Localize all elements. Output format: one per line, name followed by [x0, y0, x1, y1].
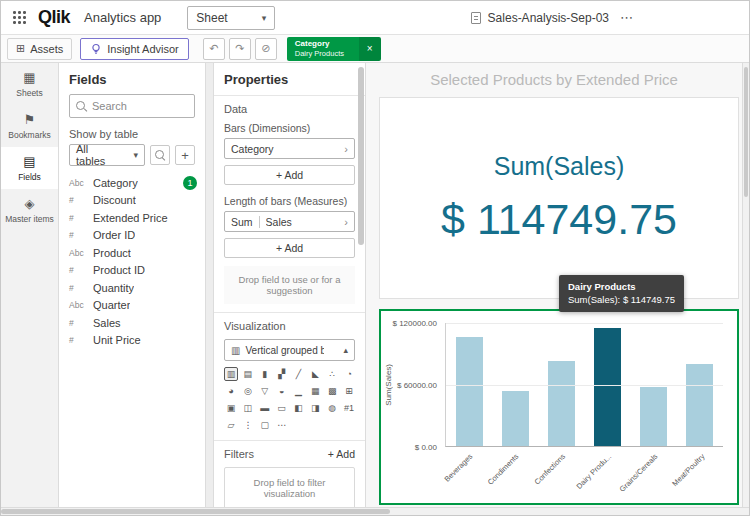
field-item-product-id[interactable]: #Product ID: [59, 262, 205, 280]
chevron-right-icon: ›: [344, 216, 348, 228]
panel-resize-gutter[interactable]: [206, 63, 214, 507]
numeric-field-icon: #: [69, 230, 93, 240]
field-item-category[interactable]: AbcCategory1: [59, 174, 205, 192]
histogram-icon[interactable]: ◨: [308, 401, 322, 415]
y-axis-tick-label: $ 120000.00: [393, 319, 438, 328]
add-measure-button[interactable]: + Add: [224, 238, 355, 258]
funnel-chart-icon[interactable]: ▽: [258, 384, 272, 398]
pivot-table-icon[interactable]: ▩: [325, 384, 339, 398]
measure-value: Sales: [266, 216, 345, 228]
field-item-product[interactable]: AbcProduct: [59, 244, 205, 262]
drop-field-hint[interactable]: Drop field to use or for a suggestion: [224, 266, 355, 304]
add-filter-button[interactable]: + Add: [328, 448, 355, 460]
fields-panel: Fields Show by table All tables ▾ + AbcC…: [59, 63, 206, 507]
horizontal-scrollbar[interactable]: [1, 507, 749, 515]
selections-forward-button[interactable]: ↷: [229, 38, 251, 60]
remove-selection-button[interactable]: ×: [359, 37, 381, 61]
horizontal-bar-chart-icon[interactable]: ▤: [241, 367, 255, 381]
mekko-chart-icon[interactable]: ◫: [241, 401, 255, 415]
chart-type-select[interactable]: ▥ Vertical grouped bar chart ▴: [224, 339, 355, 361]
gauge-icon[interactable]: ◒: [275, 384, 289, 398]
bar-dairy-produ[interactable]: [594, 328, 621, 446]
search-icon: [155, 150, 166, 161]
line-chart-icon[interactable]: ╱: [292, 367, 306, 381]
field-item-extended-price[interactable]: #Extended Price: [59, 209, 205, 227]
pie-chart-icon[interactable]: ◕: [224, 384, 238, 398]
area-chart-icon[interactable]: ◣: [308, 367, 322, 381]
scrollbar-thumb[interactable]: [358, 67, 364, 245]
insight-advisor-button[interactable]: Insight Advisor: [80, 38, 189, 60]
sidebar-item-master-items[interactable]: ◈Master items: [1, 189, 58, 231]
table-filter-row: All tables ▾ +: [69, 144, 195, 166]
bar-meat-poultry[interactable]: [686, 364, 713, 446]
bar-beverages[interactable]: [456, 337, 483, 446]
numeric-field-icon: #: [69, 195, 93, 205]
dimension-control[interactable]: Category ›: [224, 138, 355, 159]
bar-condiments[interactable]: [502, 391, 529, 446]
tooltip-title: Dairy Products: [568, 280, 675, 293]
map-icon[interactable]: ◍: [325, 401, 339, 415]
sparkline-icon[interactable]: ▁: [292, 384, 306, 398]
bullet-chart-icon[interactable]: ▬: [258, 401, 272, 415]
scrollbar-thumb[interactable]: [744, 67, 748, 197]
sheet-selector[interactable]: Sheet ▾: [187, 6, 275, 30]
assets-button[interactable]: ⊞ Assets: [7, 38, 72, 60]
table-select[interactable]: All tables ▾: [69, 144, 145, 166]
sidebar-item-bookmarks[interactable]: ⚑Bookmarks: [1, 105, 58, 147]
combo-chart-icon[interactable]: ◔: [342, 367, 356, 381]
table-search-button[interactable]: [150, 145, 170, 165]
field-name: Product ID: [93, 264, 145, 276]
y-axis-tick-label: $ 0.00: [415, 443, 437, 452]
kpi-object[interactable]: Sum(Sales) $ 114749.75: [379, 97, 739, 299]
field-item-quarter[interactable]: AbcQuarter: [59, 297, 205, 315]
more-options-icon[interactable]: ⋯: [616, 10, 637, 25]
fields-search[interactable]: [69, 94, 195, 118]
box-plot-icon[interactable]: ▭: [275, 401, 289, 415]
measure-control[interactable]: Sum Sales ›: [224, 211, 355, 232]
table-icon[interactable]: ▦: [308, 384, 322, 398]
document-name[interactable]: Sales-Analysis-Sep-03: [488, 11, 609, 25]
app-launcher-grid-icon[interactable]: [13, 11, 26, 24]
add-field-button[interactable]: +: [175, 145, 195, 165]
scrollbar-thumb[interactable]: [1, 509, 390, 514]
properties-title: Properties: [214, 63, 365, 96]
fields-search-input[interactable]: [92, 100, 188, 112]
vertical-grouped-bar-chart-icon[interactable]: ▥: [224, 367, 238, 381]
selection-filter-chip[interactable]: Category Dairy Products ×: [287, 37, 381, 61]
bar-grains-cereals[interactable]: [640, 387, 667, 446]
distribution-plot-icon[interactable]: ◧: [292, 401, 306, 415]
sidebar-item-sheets[interactable]: ▦Sheets: [1, 63, 58, 105]
properties-scrollbar[interactable]: [358, 65, 364, 505]
clear-selections-button[interactable]: ⊘: [255, 38, 277, 60]
field-item-sales[interactable]: #Sales: [59, 314, 205, 332]
sidebar-item-fields[interactable]: ▤Fields: [1, 147, 58, 189]
vertical-scrollbar[interactable]: [742, 63, 749, 507]
selection-chip-text[interactable]: Category Dairy Products: [287, 37, 359, 61]
donut-chart-icon[interactable]: ◎: [241, 384, 255, 398]
add-dimension-button[interactable]: + Add: [224, 165, 355, 185]
button-icon[interactable]: ▢: [258, 418, 272, 432]
stacked-bar-chart-icon[interactable]: ▮: [258, 367, 272, 381]
field-item-discount[interactable]: #Discount: [59, 192, 205, 210]
kpi-icon[interactable]: #1: [342, 401, 356, 415]
filter-drop-zone[interactable]: Drop field to filter visualization: [224, 467, 355, 507]
chevron-up-icon: ▴: [343, 345, 348, 355]
waterfall-chart-icon[interactable]: ▞: [275, 367, 289, 381]
bar-confections[interactable]: [548, 361, 575, 446]
small-multiples-icon[interactable]: ⊞: [342, 384, 356, 398]
plot-area: [445, 323, 723, 447]
treemap-icon[interactable]: ▣: [224, 401, 238, 415]
field-item-order-id[interactable]: #Order ID: [59, 227, 205, 245]
master-items-icon: ◈: [25, 197, 35, 211]
scatter-plot-icon[interactable]: ∴: [325, 367, 339, 381]
filter-pane-icon[interactable]: ⋮: [241, 418, 255, 432]
selections-back-button[interactable]: ↶: [203, 38, 225, 60]
field-item-quantity[interactable]: #Quantity: [59, 279, 205, 297]
bar-chart-object[interactable]: Sum(Sales) $ 120000.00$ 60000.00$ 0.00 B…: [379, 309, 739, 505]
more-charts-icon[interactable]: ⋯: [275, 418, 289, 432]
text-image-icon[interactable]: ▱: [224, 418, 238, 432]
field-item-unit-price[interactable]: #Unit Price: [59, 332, 205, 350]
measures-label: Length of bars (Measures): [214, 193, 365, 211]
app-type-label: Analytics app: [84, 10, 161, 25]
clear-selections-icon: ⊘: [261, 42, 270, 55]
